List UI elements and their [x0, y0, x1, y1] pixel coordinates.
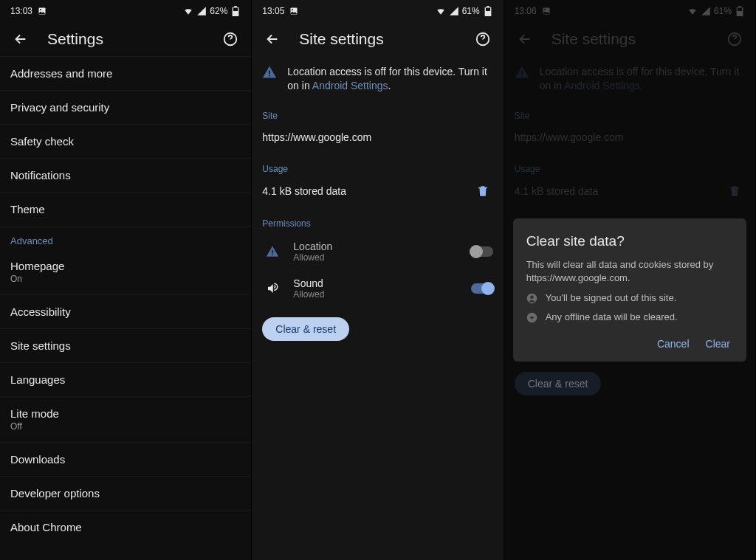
back-button[interactable]: [262, 29, 283, 49]
item-sublabel: Off: [10, 421, 241, 432]
pane-site-settings: 13:05 61% Site settings Location access …: [252, 0, 504, 560]
permission-sound-toggle[interactable]: [471, 283, 493, 294]
pane-site-settings-dialog: 13:06 61% Site settings: [504, 0, 756, 560]
svg-rect-2: [235, 6, 238, 7]
android-settings-link[interactable]: Android Settings: [312, 80, 388, 91]
page-title: Settings: [47, 30, 204, 48]
dialog-clear-button[interactable]: Clear: [706, 338, 730, 350]
help-button[interactable]: [220, 29, 241, 49]
settings-item-accessibility[interactable]: Accessibility: [0, 295, 251, 328]
permission-sound-row[interactable]: Sound Allowed: [252, 270, 503, 307]
settings-item-homepage[interactable]: Homepage On: [0, 249, 251, 294]
status-bar: 13:03 62%: [0, 0, 251, 22]
clear-site-data-dialog: Clear site data? This will clear all dat…: [513, 218, 746, 362]
site-header: Site: [252, 100, 503, 125]
permission-location-row[interactable]: Location Allowed: [252, 233, 503, 270]
settings-item-lite-mode[interactable]: Lite mode Off: [0, 397, 251, 442]
perm-name: Sound: [293, 277, 460, 289]
delete-storage-button[interactable]: [472, 184, 493, 198]
battery-icon: [483, 6, 493, 16]
permission-location-toggle[interactable]: [471, 246, 493, 257]
svg-point-7: [292, 9, 293, 10]
usage-header: Usage: [252, 153, 503, 179]
svg-rect-10: [486, 8, 490, 11]
settings-item-downloads[interactable]: Downloads: [0, 443, 251, 476]
bullet-text: Any offline data will be cleared.: [546, 311, 678, 322]
settings-item-developer[interactable]: Developer options: [0, 477, 251, 510]
image-icon: [37, 6, 47, 16]
settings-item-theme[interactable]: Theme: [0, 193, 251, 226]
status-time: 13:05: [262, 6, 284, 16]
svg-point-1: [40, 9, 41, 10]
wifi-icon: [436, 6, 446, 16]
usage-value: 4.1 kB stored data: [262, 185, 461, 197]
status-time: 13:03: [10, 6, 32, 16]
svg-rect-4: [233, 8, 238, 11]
item-label: Downloads: [10, 453, 65, 466]
svg-rect-14: [272, 250, 274, 254]
permissions-header: Permissions: [252, 208, 503, 233]
item-label: Lite mode: [10, 407, 241, 420]
warning-icon: [262, 245, 283, 258]
item-label: Homepage: [10, 260, 241, 272]
settings-item-privacy[interactable]: Privacy and security: [0, 91, 251, 124]
help-button[interactable]: [472, 29, 493, 49]
signal-icon: [196, 6, 207, 16]
battery-icon: [230, 6, 241, 16]
offline-icon: [526, 311, 538, 323]
app-bar: Settings: [0, 22, 251, 56]
pane-settings: 13:03 62% Settings Addresses and more Pr…: [0, 0, 252, 560]
bullet-text: You'll be signed out of this site.: [546, 292, 677, 303]
item-label: Privacy and security: [10, 101, 109, 114]
svg-rect-13: [269, 75, 270, 77]
status-battery-text: 61%: [462, 6, 480, 16]
svg-rect-12: [269, 71, 270, 75]
signal-icon: [449, 6, 459, 16]
dialog-body: This will clear all data and cookies sto…: [526, 258, 733, 285]
perm-state: Allowed: [293, 289, 460, 300]
item-label: About Chrome: [10, 521, 82, 533]
item-label: Site settings: [10, 339, 71, 352]
location-notice: Location access is off for this device. …: [252, 56, 503, 100]
perm-name: Location: [293, 241, 460, 252]
usage-row[interactable]: 4.1 kB stored data: [252, 179, 503, 208]
item-label: Accessibility: [10, 305, 71, 318]
item-label: Theme: [10, 203, 45, 215]
person-icon: [526, 292, 538, 304]
item-label: Languages: [10, 373, 65, 386]
settings-item-about[interactable]: About Chrome: [0, 511, 251, 544]
item-label: Notifications: [10, 169, 71, 182]
image-icon: [289, 6, 299, 16]
item-sublabel: On: [10, 274, 241, 284]
settings-item-addresses[interactable]: Addresses and more: [0, 57, 251, 90]
dialog-bullet-signout: You'll be signed out of this site.: [526, 292, 733, 304]
status-bar: 13:05 61%: [252, 0, 503, 22]
status-battery-text: 62%: [210, 6, 227, 16]
settings-item-languages[interactable]: Languages: [0, 363, 251, 396]
settings-list: Addresses and more Privacy and security …: [0, 56, 251, 544]
clear-reset-button[interactable]: Clear & reset: [262, 317, 349, 341]
item-label: Safety check: [10, 135, 74, 148]
dialog-cancel-button[interactable]: Cancel: [657, 338, 690, 350]
page-title: Site settings: [299, 30, 456, 48]
section-advanced: Advanced: [0, 227, 251, 249]
warning-icon: [262, 65, 277, 80]
svg-rect-15: [272, 254, 274, 255]
sound-icon: [262, 282, 283, 295]
item-label: Developer options: [10, 487, 100, 499]
svg-rect-8: [487, 6, 489, 7]
settings-item-notifications[interactable]: Notifications: [0, 159, 251, 192]
app-bar: Site settings: [252, 22, 503, 56]
wifi-icon: [183, 6, 193, 16]
site-url: https://www.google.com: [252, 125, 503, 153]
settings-item-safety[interactable]: Safety check: [0, 125, 251, 158]
dialog-title: Clear site data?: [526, 233, 733, 249]
item-label: Addresses and more: [10, 67, 112, 80]
back-button[interactable]: [10, 29, 31, 49]
settings-item-site-settings[interactable]: Site settings: [0, 329, 251, 362]
dialog-bullet-offline: Any offline data will be cleared.: [526, 311, 733, 323]
perm-state: Allowed: [293, 252, 460, 263]
svg-point-25: [530, 295, 533, 298]
